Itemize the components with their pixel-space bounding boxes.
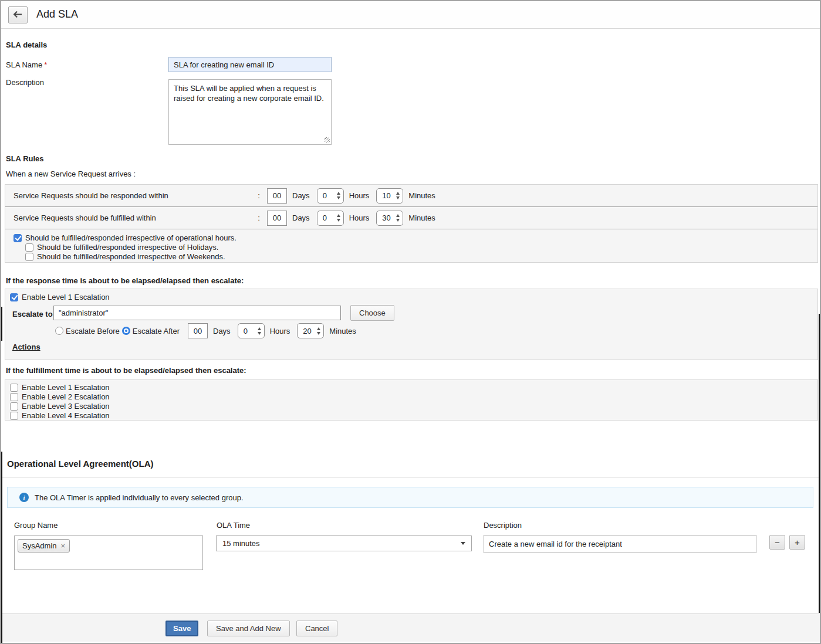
fulfillment-level3-checkbox[interactable] <box>10 402 18 411</box>
ola-time-value: 15 minutes <box>222 539 260 548</box>
operational-hours-checkbox[interactable] <box>13 234 22 242</box>
page-title: Add SLA <box>36 1 78 28</box>
escalate-after-label: Escalate After <box>133 327 180 335</box>
fulfillment-level1-checkbox[interactable] <box>10 384 18 392</box>
ola-time-select[interactable]: 15 minutes <box>216 535 472 551</box>
spinner-arrows-icon[interactable] <box>258 327 261 335</box>
escalate-to-input[interactable] <box>53 306 341 320</box>
cancel-button[interactable]: Cancel <box>296 621 337 636</box>
caret-down-icon <box>461 542 465 547</box>
escalate-minutes-spinner[interactable]: 20 <box>297 323 324 338</box>
fulfilled-days-input[interactable] <box>267 211 287 226</box>
fulfillment-level4-checkbox[interactable] <box>10 412 18 420</box>
fulfillment-level2-option[interactable]: Enable Level 2 Escalation <box>10 392 817 401</box>
responded-days-input[interactable] <box>267 188 287 204</box>
plus-icon: + <box>795 537 800 547</box>
required-marker: * <box>44 60 47 69</box>
response-escalation-heading: If the response time is about to be elap… <box>6 276 244 285</box>
sla-rules-intro: When a new Service Request arrives : <box>6 170 136 178</box>
minutes-unit-label: Minutes <box>329 327 356 335</box>
fulfillment-level2-checkbox[interactable] <box>10 393 18 401</box>
escalate-timing-row: Escalate Before Escalate After Days 0 Ho… <box>55 323 356 338</box>
ola-description-label: Description <box>484 521 522 530</box>
minutes-unit-label: Minutes <box>408 213 435 222</box>
save-and-add-new-button[interactable]: Save and Add New <box>207 621 290 636</box>
spinner-arrows-icon[interactable] <box>396 214 400 222</box>
hours-unit-label: Hours <box>349 191 370 200</box>
hours-unit-label: Hours <box>270 327 290 335</box>
description-label: Description <box>6 78 44 87</box>
spinner-arrows-icon[interactable] <box>317 327 320 335</box>
back-button[interactable] <box>8 6 28 23</box>
responded-rule-label: Service Requests should be responded wit… <box>13 191 255 200</box>
description-textarea[interactable]: This SLA will be applied when a request … <box>168 79 332 145</box>
minus-icon: − <box>775 537 780 547</box>
screen-edge-line <box>1 307 2 341</box>
colon: : <box>255 213 262 222</box>
enable-level1-response-option[interactable]: Enable Level 1 Escalation <box>10 293 817 301</box>
add-sla-page: Add SLA SLA details SLA Name* Descriptio… <box>0 0 821 644</box>
add-ola-row-button[interactable]: + <box>789 535 805 550</box>
ola-description-input[interactable] <box>484 535 756 553</box>
escalate-to-label: Escalate to <box>12 310 53 318</box>
days-unit-label: Days <box>292 191 310 200</box>
spinner-arrows-icon[interactable] <box>396 192 400 199</box>
info-icon: i <box>19 493 29 502</box>
escalate-before-radio[interactable] <box>55 327 63 335</box>
group-chip-label: SysAdmin <box>22 541 57 550</box>
save-button[interactable]: Save <box>165 621 198 636</box>
days-unit-label: Days <box>213 327 231 335</box>
spinner-arrows-icon[interactable] <box>337 214 340 222</box>
sla-name-label: SLA Name* <box>6 60 47 69</box>
fulfillment-escalation-heading: If the fulfillment time is about to be e… <box>6 366 246 375</box>
weekends-checkbox[interactable] <box>25 253 33 261</box>
responded-minutes-spinner[interactable]: 10 <box>376 188 403 204</box>
remove-ola-row-button[interactable]: − <box>769 535 785 550</box>
fulfillment-level3-option[interactable]: Enable Level 3 Escalation <box>10 402 817 411</box>
response-escalation-panel: Enable Level 1 Escalation Escalate to Ch… <box>5 289 818 360</box>
fulfilled-hours-spinner[interactable]: 0 <box>317 211 344 226</box>
responded-hours-spinner[interactable]: 0 <box>317 188 344 204</box>
minutes-unit-label: Minutes <box>408 191 435 200</box>
chip-remove-icon[interactable]: × <box>61 541 66 550</box>
fulfilled-rule-label: Service Requests should be fulfilled wit… <box>13 213 255 222</box>
responded-rule-row: Service Requests should be responded wit… <box>5 185 817 207</box>
holidays-option[interactable]: Should be fulfilled/responded irrespecti… <box>25 243 817 252</box>
ola-info-banner: i The OLA Timer is applied individually … <box>7 487 813 508</box>
holidays-checkbox[interactable] <box>25 243 33 252</box>
group-name-multiselect[interactable]: SysAdmin × <box>14 535 203 570</box>
choose-button[interactable]: Choose <box>350 305 394 321</box>
enable-level1-response-checkbox[interactable] <box>10 293 18 301</box>
arrow-left-icon <box>13 11 22 19</box>
resize-grip-icon[interactable] <box>325 137 330 143</box>
actions-link[interactable]: Actions <box>12 343 40 351</box>
fulfilled-rule-row: Service Requests should be fulfilled wit… <box>5 207 817 229</box>
ola-info-text: The OLA Timer is applied individually to… <box>35 493 244 502</box>
sla-rules-panel: Service Requests should be responded wit… <box>5 184 818 263</box>
fulfillment-level1-option[interactable]: Enable Level 1 Escalation <box>10 383 817 392</box>
fulfillment-level4-option[interactable]: Enable Level 4 Escalation <box>10 411 817 420</box>
fulfillment-escalation-panel: Enable Level 1 Escalation Enable Level 2… <box>5 379 818 421</box>
ola-section-heading: Operational Level Agreement(OLA) <box>7 459 154 469</box>
rules-options: Should be fulfilled/responded irrespecti… <box>5 229 817 261</box>
escalate-days-input[interactable] <box>188 323 208 338</box>
fulfilled-minutes-spinner[interactable]: 30 <box>376 211 403 226</box>
weekends-option[interactable]: Should be fulfilled/responded irrespecti… <box>25 252 817 261</box>
ola-time-label: OLA Time <box>217 521 250 530</box>
escalate-after-radio[interactable] <box>122 327 130 335</box>
ola-divider <box>1 477 820 477</box>
colon: : <box>255 191 262 200</box>
operational-hours-option[interactable]: Should be fulfilled/responded irrespecti… <box>13 233 817 242</box>
group-chip: SysAdmin × <box>18 539 70 553</box>
screen-edge-line <box>1 452 2 643</box>
screen-edge-line <box>819 314 820 613</box>
hours-unit-label: Hours <box>349 213 370 222</box>
footer-bar: Save Save and Add New Cancel <box>1 614 820 642</box>
spinner-arrows-icon[interactable] <box>337 192 340 199</box>
sla-rules-heading: SLA Rules <box>6 154 44 163</box>
description-field-wrap: This SLA will be applied when a request … <box>168 79 332 145</box>
sla-name-input[interactable] <box>168 57 332 72</box>
days-unit-label: Days <box>292 213 310 222</box>
escalate-before-label: Escalate Before <box>66 327 120 335</box>
escalate-hours-spinner[interactable]: 0 <box>238 323 265 338</box>
